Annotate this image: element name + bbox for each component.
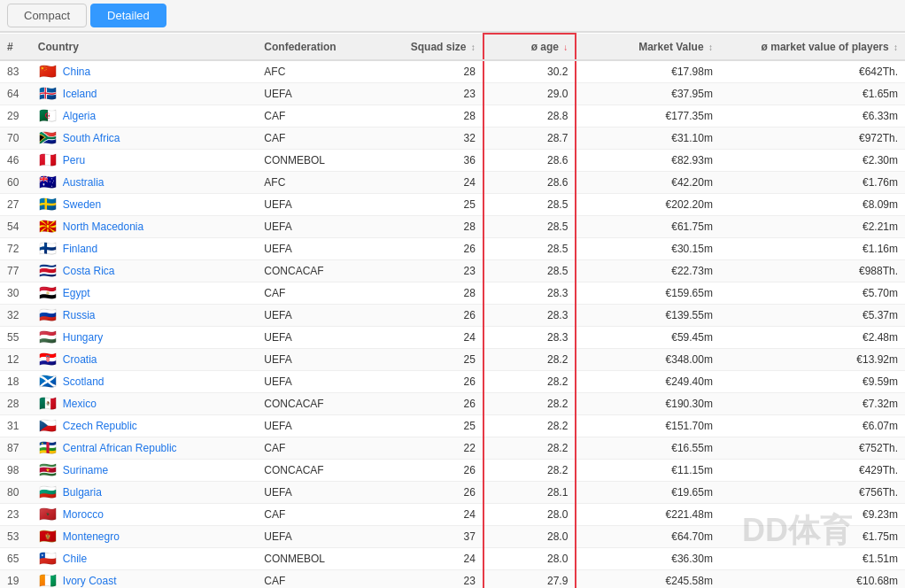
flag-icon: 🇲🇰: [38, 220, 58, 233]
flag-icon: 🇿🇦: [38, 132, 58, 144]
cell-avg-age: 28.3: [483, 327, 576, 349]
tabs-container: Compact Detailed: [0, 0, 905, 33]
col-squad-size[interactable]: Squad size ↕: [381, 34, 483, 60]
country-link[interactable]: Bulgaria: [63, 486, 102, 499]
cell-squad-size: 28: [381, 282, 483, 305]
cell-rank: 27: [0, 194, 31, 216]
cell-market-value: €82.93m: [576, 150, 720, 172]
tab-compact[interactable]: Compact: [7, 4, 87, 27]
tab-detailed[interactable]: Detailed: [90, 4, 166, 27]
cell-rank: 80: [0, 482, 31, 504]
country-link[interactable]: Croatia: [63, 353, 97, 366]
table-row: 70 🇿🇦 South Africa CAF 32 28.7 €31.10m €…: [0, 128, 905, 150]
cell-squad-size: 26: [381, 371, 483, 393]
country-link[interactable]: Finland: [63, 243, 97, 255]
cell-market-value: €249.40m: [576, 371, 720, 393]
country-link[interactable]: China: [63, 66, 90, 78]
flag-icon: 🏴󠁧󠁢󠁳󠁣󠁴󠁿: [38, 375, 58, 388]
cell-country: 🇨🇷 Costa Rica: [31, 260, 258, 282]
country-link[interactable]: Egypt: [63, 287, 90, 299]
cell-confederation: CONMEBOL: [257, 150, 380, 172]
cell-market-value: €22.73m: [576, 260, 720, 282]
table-row: 60 🇦🇺 Australia AFC 24 28.6 €42.20m €1.7…: [0, 172, 905, 194]
cell-country: 🇦🇺 Australia: [31, 172, 258, 194]
table-row: 32 🇷🇺 Russia UEFA 26 28.3 €139.55m €5.37…: [0, 305, 905, 327]
table-row: 31 🇨🇿 Czech Republic UEFA 25 28.2 €151.7…: [0, 415, 905, 437]
country-link[interactable]: Peru: [63, 154, 85, 166]
flag-icon: 🇧🇬: [38, 486, 58, 499]
cell-country: 🏴󠁧󠁢󠁳󠁣󠁴󠁿 Scotland: [31, 371, 258, 393]
country-link[interactable]: North Macedonia: [63, 220, 143, 233]
country-link[interactable]: Morocco: [63, 508, 104, 521]
cell-country: 🇲🇪 Montenegro: [31, 526, 258, 548]
cell-avg-market-value: €5.70m: [720, 282, 905, 305]
flag-icon: 🇭🇷: [38, 353, 58, 366]
cell-market-value: €159.65m: [576, 282, 720, 305]
country-link[interactable]: Hungary: [63, 331, 103, 344]
country-link[interactable]: Czech Republic: [63, 420, 137, 432]
cell-squad-size: 26: [381, 460, 483, 482]
cell-market-value: €17.98m: [576, 60, 720, 83]
col-market-value[interactable]: Market Value ↕: [576, 34, 720, 60]
country-link[interactable]: Costa Rica: [63, 265, 115, 277]
cell-squad-size: 25: [381, 194, 483, 216]
cell-squad-size: 32: [381, 128, 483, 150]
country-link[interactable]: Chile: [63, 553, 87, 565]
cell-rank: 31: [0, 415, 31, 437]
country-link[interactable]: Ivory Coast: [63, 575, 117, 587]
table-row: 87 🇨🇫 Central African Republic CAF 22 28…: [0, 437, 905, 460]
country-link[interactable]: Montenegro: [63, 530, 120, 543]
country-link[interactable]: South Africa: [63, 132, 120, 144]
cell-avg-market-value: €1.75m: [720, 526, 905, 548]
flag-icon: 🇵🇪: [38, 154, 58, 166]
cell-avg-age: 28.6: [483, 150, 576, 172]
cell-avg-market-value: €6.33m: [720, 105, 905, 128]
table-row: 55 🇭🇺 Hungary UEFA 24 28.3 €59.45m €2.48…: [0, 327, 905, 349]
country-link[interactable]: Algeria: [63, 110, 96, 122]
cell-confederation: CAF: [257, 437, 380, 460]
cell-avg-market-value: €2.21m: [720, 216, 905, 238]
flag-icon: 🇲🇦: [38, 508, 58, 521]
country-link[interactable]: Central African Republic: [63, 442, 177, 454]
country-link[interactable]: Russia: [63, 309, 96, 321]
flag-icon: 🇨🇱: [38, 553, 58, 565]
country-link[interactable]: Iceland: [63, 88, 97, 100]
col-country: Country: [31, 34, 258, 60]
cell-squad-size: 23: [381, 570, 483, 589]
cell-market-value: €42.20m: [576, 172, 720, 194]
cell-market-value: €30.15m: [576, 238, 720, 260]
cell-avg-age: 28.0: [483, 526, 576, 548]
cell-avg-age: 30.2: [483, 60, 576, 83]
cell-avg-market-value: €1.65m: [720, 83, 905, 105]
country-link[interactable]: Australia: [63, 176, 104, 189]
cell-rank: 65: [0, 548, 31, 570]
country-link[interactable]: Mexico: [63, 398, 97, 410]
cell-avg-age: 28.7: [483, 128, 576, 150]
cell-confederation: UEFA: [257, 216, 380, 238]
cell-market-value: €151.70m: [576, 415, 720, 437]
table-row: 77 🇨🇷 Costa Rica CONCACAF 23 28.5 €22.73…: [0, 260, 905, 282]
cell-confederation: UEFA: [257, 526, 380, 548]
cell-country: 🇨🇮 Ivory Coast: [31, 570, 258, 589]
cell-rank: 70: [0, 128, 31, 150]
cell-avg-age: 28.5: [483, 216, 576, 238]
cell-rank: 60: [0, 172, 31, 194]
cell-country: 🇲🇰 North Macedonia: [31, 216, 258, 238]
country-link[interactable]: Scotland: [63, 375, 104, 388]
cell-country: 🇨🇳 China: [31, 60, 258, 83]
col-avg-market-value[interactable]: ø market value of players ↕: [720, 34, 905, 60]
cell-avg-market-value: €642Th.: [720, 60, 905, 83]
cell-country: 🇲🇦 Morocco: [31, 504, 258, 526]
cell-squad-size: 28: [381, 60, 483, 83]
cell-confederation: CAF: [257, 128, 380, 150]
col-avg-age[interactable]: ø age ↓: [483, 34, 576, 60]
cell-market-value: €64.70m: [576, 526, 720, 548]
table-row: 72 🇫🇮 Finland UEFA 26 28.5 €30.15m €1.16…: [0, 238, 905, 260]
cell-rank: 64: [0, 83, 31, 105]
country-link[interactable]: Sweden: [63, 198, 101, 211]
cell-avg-age: 28.5: [483, 194, 576, 216]
cell-country: 🇿🇦 South Africa: [31, 128, 258, 150]
cell-avg-market-value: €2.48m: [720, 327, 905, 349]
country-link[interactable]: Suriname: [63, 464, 108, 476]
cell-squad-size: 25: [381, 349, 483, 371]
